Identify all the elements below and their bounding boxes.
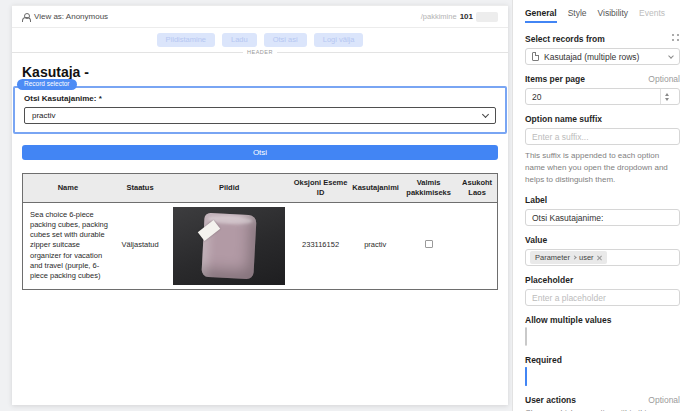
record-selector-component[interactable]: Record selector Otsi Kasutajanime: * pra…: [13, 86, 507, 134]
items-per-page-value: 20: [532, 92, 655, 102]
chip-key: user: [579, 253, 594, 262]
username-select-value: practiv: [32, 111, 56, 120]
col-header-asukoht-laos: Asukoht Laos: [457, 174, 497, 203]
items-per-page-label: Items per page: [525, 74, 585, 84]
settings-panel: General Style Visibility Events Select r…: [512, 0, 690, 411]
cell-valmis-pakkimiseks: [400, 202, 457, 289]
settings-dots-icon[interactable]: [671, 33, 680, 42]
table-row: Sea choice 6-piece packing cubes, packin…: [23, 202, 498, 289]
product-photo: [173, 207, 285, 285]
cell-name: Sea choice 6-piece packing cubes, packin…: [23, 202, 113, 289]
option-name-suffix-group: Option name suffix Enter a suffix... Thi…: [525, 114, 680, 186]
tab-visibility[interactable]: Visibility: [598, 8, 629, 23]
col-header-kasutajanimi: Kasutajanimi: [350, 174, 400, 203]
user-actions-label: User actions: [525, 395, 576, 405]
page-title: Kasutaja -: [22, 64, 508, 80]
label-group: Label Otsi Kasutajanime:: [525, 195, 680, 226]
value-input[interactable]: Parameter user: [525, 249, 680, 266]
label-input-value: Otsi Kasutajanime:: [532, 213, 673, 223]
label-field-label: Label: [525, 195, 547, 205]
component-badge: Record selector: [17, 79, 77, 90]
nav-button-otsi-asi[interactable]: Otsi asi: [264, 33, 307, 47]
value-field-label: Value: [525, 235, 547, 245]
remove-chip-icon[interactable]: [597, 255, 602, 260]
chevron-right-icon: [572, 255, 576, 259]
cell-kasutajanimi: practiv: [350, 202, 400, 289]
allow-multiple-checkbox[interactable]: [525, 327, 527, 346]
view-as-label: View as: Anonymous: [34, 12, 108, 21]
header-section-divider: HEADER: [12, 52, 508, 60]
number-stepper[interactable]: [660, 89, 673, 104]
chevron-down-icon: [668, 53, 674, 59]
col-header-staatus: Staatus: [113, 174, 168, 203]
preview-canvas: View as: Anonymous /pakkimine 101 Pildis…: [0, 0, 512, 411]
records-source-select[interactable]: Kasutajad (multiple rows): [525, 48, 680, 65]
cell-asukoht-laos: [457, 202, 497, 289]
option-name-suffix-input[interactable]: Enter a suffix...: [525, 128, 680, 145]
value-group: Value Parameter user: [525, 235, 680, 266]
search-field-label: Otsi Kasutajanime: *: [24, 94, 496, 103]
results-table: Name Staatus Pildid Oksjoni Eseme ID Kas…: [22, 173, 498, 290]
required-checkbox[interactable]: [525, 367, 527, 386]
stepper-down-icon: [665, 98, 669, 101]
settings-tabs: General Style Visibility Events: [525, 8, 680, 23]
route-indicator: /pakkimine 101: [421, 12, 498, 22]
option-name-suffix-label: Option name suffix: [525, 114, 602, 124]
nav-button-pildistamine[interactable]: Pildistamine: [157, 33, 215, 47]
stepper-up-icon: [665, 93, 669, 96]
binding-chip[interactable]: Parameter user: [530, 251, 607, 264]
optional-badge: Optional: [648, 395, 680, 405]
person-icon: [22, 13, 30, 21]
allow-multiple-group: Allow multiple values: [525, 315, 680, 346]
allow-multiple-label: Allow multiple values: [525, 315, 611, 325]
optional-badge: Optional: [648, 74, 680, 84]
chip-source: Parameter: [535, 253, 570, 262]
select-records-from-label: Select records from: [525, 34, 605, 44]
items-per-page-input[interactable]: 20: [525, 88, 680, 105]
cell-pildid: [167, 202, 291, 289]
select-records-from-group: Select records from Kasutajad (multiple …: [525, 33, 680, 65]
nav-button-logi-valja[interactable]: Logi välja: [314, 33, 364, 47]
tab-events[interactable]: Events: [639, 8, 665, 23]
app-preview-frame: View as: Anonymous /pakkimine 101 Pildis…: [12, 5, 508, 405]
row-checkbox[interactable]: [425, 240, 433, 248]
items-per-page-group: Items per page Optional 20: [525, 74, 680, 105]
tab-general[interactable]: General: [525, 8, 557, 23]
option-name-suffix-help: This suffix is appended to each option n…: [525, 150, 680, 186]
placeholder-input[interactable]: Enter a placeholder: [525, 289, 680, 306]
placeholder-group: Placeholder Enter a placeholder: [525, 275, 680, 306]
search-button[interactable]: Otsi: [22, 145, 498, 160]
route-badge: [476, 12, 498, 22]
route-count: 101: [460, 12, 473, 21]
user-actions-help: Choose which properties within this elem…: [525, 407, 680, 411]
records-source-value: Kasutajad (multiple rows): [544, 52, 664, 62]
col-header-valmis-pakkimiseks: Valmis pakkimiseks: [400, 174, 457, 203]
table-header-row: Name Staatus Pildid Oksjoni Eseme ID Kas…: [23, 174, 498, 203]
user-actions-group: User actions Optional Choose which prope…: [525, 395, 680, 411]
cell-staatus: Väljastatud: [113, 202, 168, 289]
preview-topbar: View as: Anonymous /pakkimine 101: [12, 5, 508, 28]
tab-style[interactable]: Style: [568, 8, 587, 23]
username-select[interactable]: practiv: [24, 107, 496, 124]
placeholder-input-placeholder: Enter a placeholder: [532, 293, 673, 303]
route-path: /pakkimine: [421, 12, 457, 21]
nav-button-ladu[interactable]: Ladu: [222, 33, 257, 47]
chevron-down-icon: [482, 111, 489, 118]
table-doc-icon: [532, 52, 539, 61]
required-group: Required: [525, 355, 680, 386]
view-as-control[interactable]: View as: Anonymous: [22, 12, 108, 21]
col-header-name: Name: [23, 174, 113, 203]
option-name-suffix-placeholder: Enter a suffix...: [532, 132, 673, 142]
header-section-tag: HEADER: [243, 49, 277, 55]
label-input[interactable]: Otsi Kasutajanime:: [525, 209, 680, 226]
col-header-pildid: Pildid: [167, 174, 291, 203]
col-header-oksjoni-eseme-id: Oksjoni Eseme ID: [291, 174, 350, 203]
cell-oksjoni-eseme-id: 233116152: [291, 202, 350, 289]
required-label: Required: [525, 355, 562, 365]
placeholder-field-label: Placeholder: [525, 275, 573, 285]
